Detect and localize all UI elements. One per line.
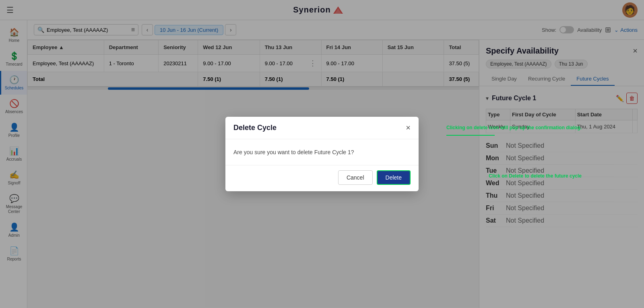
dialog-footer: Cancel Delete [225, 165, 419, 191]
delete-cycle-dialog: Delete Cycle × Are you sure you want to … [225, 117, 419, 191]
cancel-button[interactable]: Cancel [338, 170, 373, 185]
annotation-delete-btn: Click on Delete to delete the future cyc… [489, 173, 582, 179]
dialog-message: Are you sure you want to delete Future C… [233, 149, 354, 155]
dialog-header: Delete Cycle × [225, 117, 419, 139]
dialog-body: Are you sure you want to delete Future C… [225, 139, 419, 165]
annotation-delete-icon: Clicking on delete icon will pop up the … [446, 125, 582, 139]
dialog-close-button[interactable]: × [406, 123, 411, 132]
modal-overlay[interactable]: Clicking on delete icon will pop up the … [0, 0, 644, 308]
dialog-title: Delete Cycle [233, 124, 277, 132]
delete-confirm-button[interactable]: Delete [377, 170, 411, 185]
